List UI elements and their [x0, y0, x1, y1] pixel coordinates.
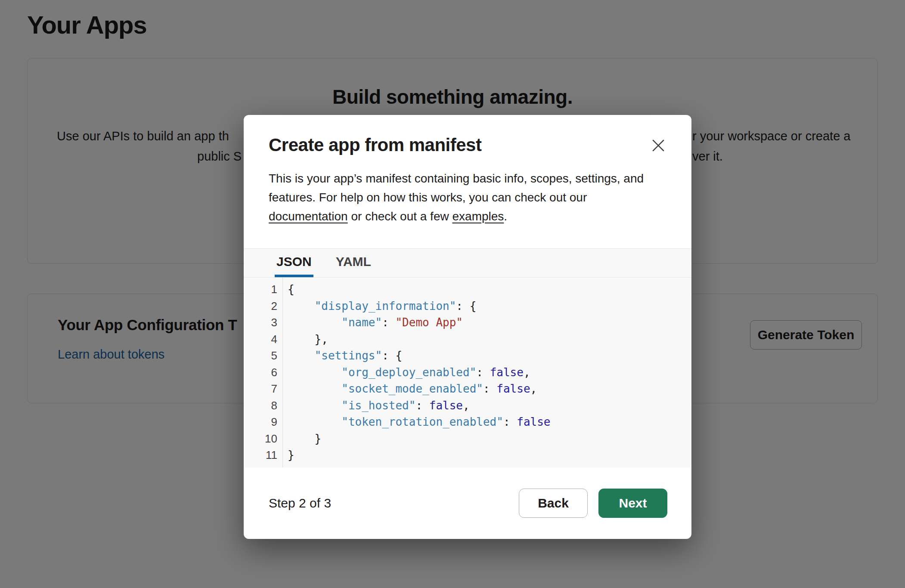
code-line: "token_rotation_enabled": false [288, 414, 691, 430]
step-indicator: Step 2 of 3 [269, 496, 331, 511]
code-line: "org_deploy_enabled": false, [288, 364, 691, 381]
documentation-link[interactable]: documentation [269, 210, 348, 223]
line-number: 11 [244, 447, 277, 464]
back-button[interactable]: Back [519, 489, 588, 518]
modal-description: This is your app’s manifest containing b… [244, 169, 691, 226]
footer-buttons: Back Next [519, 489, 667, 518]
line-number: 3 [244, 314, 277, 331]
code-line: "is_hosted": false, [288, 397, 691, 414]
line-number: 5 [244, 347, 277, 364]
description-text: This is your app’s manifest containing b… [269, 172, 644, 185]
line-number: 8 [244, 397, 277, 414]
line-number: 2 [244, 298, 277, 315]
examples-link[interactable]: examples [452, 210, 504, 223]
close-button[interactable] [649, 136, 667, 155]
code-line: "socket_mode_enabled": false, [288, 381, 691, 397]
code-line: } [288, 430, 691, 447]
modal-title: Create app from manifest [269, 134, 481, 156]
tab-json[interactable]: JSON [275, 249, 313, 277]
description-text: . [504, 210, 507, 223]
code-content: { "display_information": { "name": "Demo… [283, 278, 691, 467]
description-text: or check out a few [348, 210, 452, 223]
tab-yaml[interactable]: YAML [334, 249, 373, 277]
line-number: 10 [244, 430, 277, 447]
create-app-from-manifest-modal: Create app from manifest This is your ap… [244, 115, 691, 539]
line-number-gutter: 1234567891011 [244, 278, 283, 467]
code-line: }, [288, 331, 691, 348]
modal-header: Create app from manifest [244, 115, 691, 156]
next-button[interactable]: Next [598, 489, 667, 518]
manifest-code-editor[interactable]: 1234567891011 { "display_information": {… [244, 278, 691, 467]
tab-strip: JSONYAML [244, 248, 691, 278]
code-line: "name": "Demo App" [288, 314, 691, 331]
line-number: 1 [244, 281, 277, 298]
line-number: 7 [244, 381, 277, 397]
description-text: features. For help on how this works, yo… [269, 191, 587, 204]
line-number: 4 [244, 331, 277, 348]
modal-footer: Step 2 of 3 Back Next [244, 467, 691, 539]
line-number: 9 [244, 414, 277, 430]
code-line: } [288, 447, 691, 464]
code-line: { [288, 281, 691, 298]
line-number: 6 [244, 364, 277, 381]
code-line: "settings": { [288, 347, 691, 364]
close-icon [651, 138, 666, 153]
code-line: "display_information": { [288, 298, 691, 315]
